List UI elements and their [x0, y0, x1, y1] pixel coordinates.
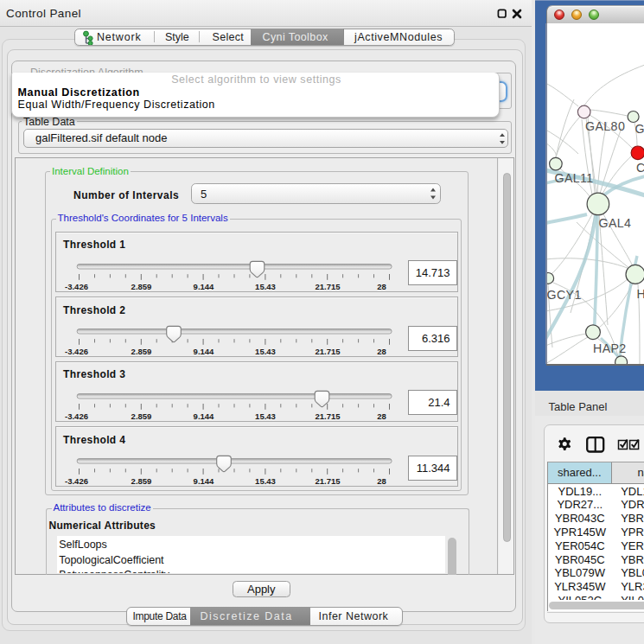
svg-text:15.43: 15.43 [255, 281, 276, 290]
svg-text:9.144: 9.144 [193, 411, 214, 420]
svg-text:-3.426: -3.426 [65, 476, 88, 486]
svg-text:28: 28 [377, 281, 386, 290]
svg-text:9.144: 9.144 [193, 476, 214, 486]
svg-text:15.43: 15.43 [255, 476, 276, 486]
svg-text:9.144: 9.144 [193, 347, 214, 356]
svg-text:21.715: 21.715 [315, 476, 341, 486]
svg-text:H: H [636, 287, 644, 301]
svg-text:15.43: 15.43 [255, 411, 276, 420]
svg-text:2.859: 2.859 [131, 411, 151, 420]
svg-text:28: 28 [377, 347, 386, 356]
svg-text:GA: GA [634, 122, 644, 136]
svg-text:C: C [636, 161, 644, 175]
svg-text:GAL4: GAL4 [598, 216, 631, 230]
svg-text:HAP2: HAP2 [593, 341, 627, 355]
svg-text:-3.426: -3.426 [65, 347, 88, 356]
svg-text:15.43: 15.43 [255, 347, 276, 356]
svg-text:2.859: 2.859 [131, 347, 151, 356]
svg-text:28: 28 [377, 476, 386, 486]
svg-text:GAL11: GAL11 [554, 171, 593, 185]
svg-text:-3.426: -3.426 [65, 281, 88, 290]
svg-text:21.715: 21.715 [315, 347, 341, 356]
svg-text:2.859: 2.859 [131, 476, 151, 486]
svg-text:-3.426: -3.426 [65, 411, 88, 420]
svg-text:GCY1: GCY1 [547, 288, 582, 302]
svg-text:2.859: 2.859 [131, 281, 151, 290]
svg-text:21.715: 21.715 [315, 281, 341, 290]
svg-text:28: 28 [377, 411, 386, 420]
svg-text:GAL80: GAL80 [585, 119, 625, 133]
svg-text:9.144: 9.144 [193, 281, 214, 290]
svg-text:21.715: 21.715 [315, 411, 341, 420]
